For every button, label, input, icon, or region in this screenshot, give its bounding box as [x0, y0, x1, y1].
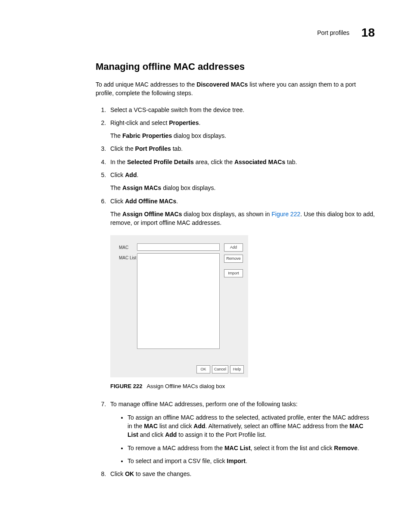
intro-text-pre: To add unique MAC addresses to the: [96, 81, 196, 88]
b2-t3: .: [358, 445, 359, 451]
b1-b4: Add: [165, 431, 177, 438]
step-2-bold: Properties: [169, 119, 199, 126]
dialog-label-mac-list: MAC List: [119, 255, 137, 261]
step-6-bold: Add Offline MACs: [125, 198, 176, 205]
step-5-sub: The Assign MACs dialog box displays.: [110, 184, 375, 192]
chapter-number: 18: [361, 26, 375, 40]
step-2-sub-pre: The: [110, 132, 122, 139]
step-6-sub-pre: The: [110, 211, 122, 218]
step-6-sub-mid: dialog box displays, as shown in: [182, 211, 271, 218]
step-8-pre: Click: [110, 470, 125, 477]
step-3-post: tab.: [171, 145, 183, 152]
figure-block: MAC MAC List Add Remove Import OK Cancel…: [110, 235, 375, 391]
header-section-name: Port profiles: [317, 29, 349, 36]
step-4-bold2: Associated MACs: [234, 159, 285, 165]
b1-b1: MAC: [144, 423, 158, 429]
step-5-sub-bold: Assign MACs: [122, 184, 161, 191]
dialog-help-button[interactable]: Help: [230, 365, 244, 373]
step-3-bold: Port Profiles: [135, 145, 171, 152]
dialog-add-button[interactable]: Add: [224, 243, 243, 252]
dialog-cancel-button[interactable]: Cancel: [212, 365, 228, 373]
step-5-bold: Add: [125, 171, 137, 178]
step-2-sub-post: dialog box displays.: [172, 132, 226, 139]
b2-b2: Remove: [334, 445, 357, 451]
dialog-mac-input[interactable]: [137, 243, 220, 251]
step-3: Click the Port Profiles tab.: [108, 144, 375, 153]
step-5-sub-pre: The: [110, 184, 122, 191]
step-7: To manage offline MAC addresses, perform…: [108, 400, 375, 465]
b1-t3: . Alternatively, select an offline MAC a…: [206, 423, 350, 429]
intro-paragraph: To add unique MAC addresses to the Disco…: [96, 80, 375, 98]
step-2-post: .: [199, 119, 200, 126]
step-2-sub: The Fabric Properties dialog box display…: [110, 131, 375, 140]
b1-t4: and click: [138, 431, 165, 438]
dialog-remove-button[interactable]: Remove: [224, 255, 243, 263]
dialog-mac-list[interactable]: [137, 253, 220, 349]
figure-link[interactable]: Figure 222: [271, 211, 300, 218]
step-1: Select a VCS-capable switch from the dev…: [108, 106, 375, 114]
step-7-bullet-2: To remove a MAC address from the MAC Lis…: [128, 444, 375, 452]
steps-list: Select a VCS-capable switch from the dev…: [96, 106, 375, 479]
b1-b2: Add: [193, 423, 205, 429]
step-1-text: Select a VCS-capable switch from the dev…: [110, 106, 244, 113]
step-5: Click Add. The Assign MACs dialog box di…: [108, 171, 375, 193]
step-6: Click Add Offline MACs. The Assign Offli…: [108, 197, 375, 391]
step-2-sub-bold: Fabric Properties: [122, 132, 172, 139]
b1-t5: to assign it to the Port Profile list.: [177, 431, 266, 438]
step-4-pre: In the: [110, 159, 127, 165]
intro-bold: Discovered MACs: [196, 81, 248, 88]
b3-t1: To select and import a CSV file, click: [128, 457, 227, 464]
step-2: Right-click and select Properties. The F…: [108, 118, 375, 140]
step-4-post: tab.: [285, 159, 297, 165]
b1-t2: list and click: [158, 423, 193, 429]
step-7-bullet-3: To select and import a CSV file, click I…: [128, 457, 375, 465]
step-2-pre: Right-click and select: [110, 119, 169, 126]
step-8-bold: OK: [125, 470, 134, 477]
dialog-import-button[interactable]: Import: [224, 269, 243, 277]
page-header: Port profiles 18: [36, 26, 375, 40]
step-7-bullet-1: To assign an offline MAC address to the …: [128, 413, 375, 439]
step-5-sub-post: dialog box displays.: [161, 184, 215, 191]
step-7-text: To manage offline MAC addresses, perform…: [110, 401, 298, 408]
dialog-assign-offline-macs: MAC MAC List Add Remove Import OK Cancel…: [110, 235, 248, 377]
step-4-mid: area, click the: [194, 159, 234, 165]
b2-b1: MAC List: [224, 445, 251, 451]
figure-caption: FIGURE 222Assign Offline MACs dialog box: [110, 383, 375, 391]
dialog-ok-button[interactable]: OK: [196, 365, 210, 373]
figure-number: FIGURE 222: [110, 383, 142, 389]
section-heading: Managing offline MAC addresses: [96, 61, 375, 72]
step-6-post: .: [176, 198, 178, 205]
step-8: Click OK to save the changes.: [108, 470, 375, 478]
b2-t2: , select it from the list and click: [251, 445, 334, 451]
step-6-sub-bold: Assign Offline MACs: [122, 211, 182, 218]
step-5-post: .: [137, 171, 138, 178]
step-7-bullets: To assign an offline MAC address to the …: [110, 413, 375, 465]
step-3-pre: Click the: [110, 145, 135, 152]
step-4-bold1: Selected Profile Details: [127, 159, 194, 165]
b3-b1: Import: [227, 457, 246, 464]
figure-caption-text: Assign Offline MACs dialog box: [146, 383, 225, 389]
step-5-pre: Click: [110, 171, 125, 178]
b2-t1: To remove a MAC address from the: [128, 445, 224, 451]
step-6-sub: The Assign Offline MACs dialog box displ…: [110, 210, 375, 227]
step-8-post: to save the changes.: [134, 470, 191, 477]
b3-t2: .: [246, 457, 247, 464]
step-6-pre: Click: [110, 198, 125, 205]
step-4: In the Selected Profile Details area, cl…: [108, 158, 375, 166]
dialog-label-mac: MAC: [119, 245, 128, 251]
